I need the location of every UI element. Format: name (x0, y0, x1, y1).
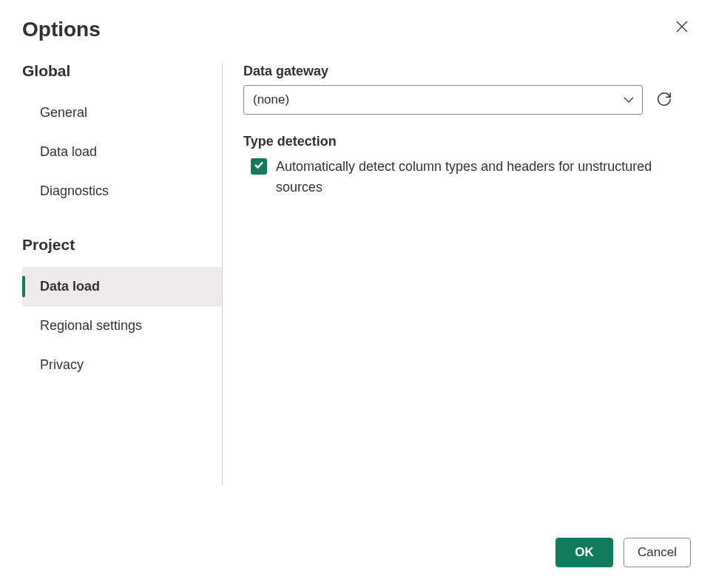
data-gateway-select[interactable]: (none) (243, 85, 643, 115)
sidebar-item-global-data-load[interactable]: Data load (22, 132, 222, 172)
sidebar-item-privacy[interactable]: Privacy (22, 345, 222, 385)
data-gateway-value: (none) (253, 92, 289, 107)
sidebar-section-global: Global (22, 62, 222, 80)
sidebar-section-project: Project (22, 236, 222, 254)
sidebar-item-diagnostics[interactable]: Diagnostics (22, 172, 222, 211)
sidebar-item-general[interactable]: General (22, 93, 222, 132)
close-button[interactable] (673, 18, 691, 38)
close-icon (676, 24, 688, 35)
refresh-gateway-button[interactable] (653, 88, 675, 112)
main-panel: Data gateway (none) Type detection (223, 49, 691, 485)
ok-button[interactable]: OK (555, 538, 613, 567)
cancel-button[interactable]: Cancel (624, 538, 691, 567)
check-icon (254, 160, 264, 173)
type-detection-checkbox[interactable] (251, 158, 267, 175)
type-detection-checkbox-label: Automatically detect column types and he… (276, 157, 690, 198)
dialog-title: Options (22, 18, 101, 41)
sidebar: Global General Data load Diagnostics Pro… (22, 49, 222, 485)
sidebar-item-regional-settings[interactable]: Regional settings (22, 306, 222, 345)
sidebar-item-project-data-load[interactable]: Data load (22, 267, 222, 306)
refresh-icon (656, 98, 672, 109)
type-detection-label: Type detection (243, 134, 691, 149)
data-gateway-label: Data gateway (243, 64, 691, 79)
